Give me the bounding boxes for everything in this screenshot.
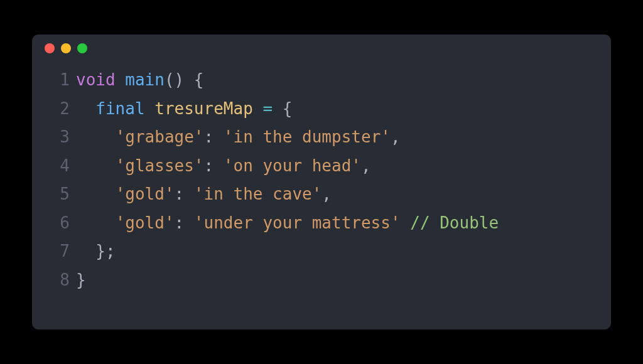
zoom-icon[interactable] [77, 43, 87, 53]
punctuation: : [175, 185, 194, 203]
function-name: main [125, 70, 165, 89]
close-icon[interactable] [45, 43, 55, 53]
code-line: 7 }; [47, 237, 596, 266]
code-editor: 1 void main() { 2 final tresureMap = { 3… [32, 62, 611, 307]
code-content: 'gold': 'under your mattress' // Double [70, 209, 499, 238]
code-line: 5 'gold': 'in the cave', [47, 180, 596, 209]
string-key: 'grabage' [116, 127, 204, 146]
code-line: 1 void main() { [47, 66, 596, 95]
punctuation: , [322, 185, 332, 203]
string-key: 'glasses' [116, 156, 204, 175]
string-value: 'on your head' [224, 156, 361, 175]
code-content: 'gold': 'in the cave', [70, 180, 332, 209]
window-titlebar [32, 35, 611, 62]
line-number: 4 [47, 152, 70, 181]
comment: // Double [410, 213, 499, 232]
line-number: 7 [47, 237, 70, 266]
string-value: 'in the dumpster' [224, 127, 391, 146]
punctuation: : [204, 156, 224, 175]
punctuation: : [204, 127, 224, 146]
code-content: } [70, 266, 86, 295]
punctuation: }; [95, 242, 115, 260]
code-content: 'glasses': 'on your head', [70, 152, 371, 181]
operator-equals: = [262, 99, 273, 118]
code-line: 6 'gold': 'under your mattress' // Doubl… [47, 209, 596, 238]
code-content: final tresureMap = { [70, 95, 292, 124]
keyword-final: final [95, 99, 144, 118]
code-window: 1 void main() { 2 final tresureMap = { 3… [32, 35, 611, 329]
punctuation: : [175, 213, 194, 232]
string-key: 'gold' [116, 185, 175, 203]
line-number: 8 [47, 266, 70, 295]
line-number: 2 [47, 95, 70, 124]
string-value: 'under your mattress' [194, 213, 401, 232]
code-content: 'grabage': 'in the dumpster', [70, 123, 401, 152]
string-value: 'in the cave' [194, 185, 322, 203]
code-content: }; [70, 237, 116, 266]
punctuation: } [76, 270, 86, 289]
minimize-icon[interactable] [61, 43, 71, 53]
code-content: void main() { [70, 66, 204, 95]
keyword-void: void [76, 70, 116, 89]
punctuation: { [273, 99, 292, 118]
punctuation: , [361, 156, 371, 175]
code-line: 2 final tresureMap = { [47, 95, 596, 124]
string-key: 'gold' [116, 213, 175, 232]
code-line: 3 'grabage': 'in the dumpster', [47, 123, 596, 152]
line-number: 3 [47, 123, 70, 152]
line-number: 1 [47, 66, 70, 95]
punctuation: , [391, 127, 401, 146]
line-number: 5 [47, 180, 70, 209]
code-line: 8 } [47, 266, 596, 295]
line-number: 6 [47, 209, 70, 238]
code-line: 4 'glasses': 'on your head', [47, 152, 596, 181]
identifier: tresureMap [154, 99, 253, 118]
punctuation: () { [165, 70, 204, 89]
